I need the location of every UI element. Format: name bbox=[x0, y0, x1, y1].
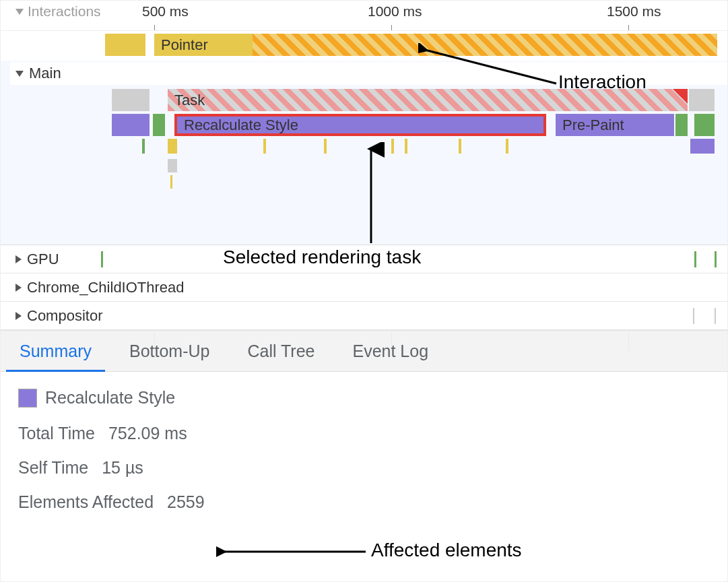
gpu-mark bbox=[694, 251, 696, 267]
ruler-tick-1500: 1500 ms bbox=[607, 3, 661, 20]
self-time-value: 15 µs bbox=[102, 458, 143, 478]
yellow-tick bbox=[391, 139, 394, 154]
green-block-post[interactable] bbox=[675, 114, 688, 136]
event-color-swatch bbox=[18, 389, 37, 408]
task-block-small[interactable] bbox=[112, 89, 150, 111]
yellow-sub-block[interactable] bbox=[168, 139, 177, 154]
chevron-down-icon bbox=[15, 71, 24, 77]
pre-paint-label: Pre-Paint bbox=[562, 117, 624, 134]
task-label: Task bbox=[174, 92, 205, 109]
pointer-interaction-bar[interactable]: Pointer bbox=[154, 34, 253, 56]
interaction-track: Pointer bbox=[1, 31, 727, 61]
gray-sub-block[interactable] bbox=[168, 159, 177, 172]
tab-bottom-up[interactable]: Bottom-Up bbox=[110, 331, 228, 371]
summary-self-time-row: Self Time 15 µs bbox=[18, 458, 710, 478]
flame-chart[interactable]: Task Recalculate Style Pre-Paint bbox=[1, 88, 727, 193]
interaction-long-segment[interactable] bbox=[253, 34, 717, 56]
summary-elements-affected-row: Elements Affected 2559 bbox=[18, 492, 710, 512]
compositor-mark bbox=[693, 308, 694, 324]
yellow-tick bbox=[324, 139, 327, 154]
chevron-right-icon bbox=[15, 255, 22, 263]
interactions-label-text: Interactions bbox=[28, 3, 101, 20]
summary-title-text: Recalculate Style bbox=[45, 388, 175, 408]
task-block-long[interactable]: Task bbox=[168, 89, 688, 111]
tab-event-log[interactable]: Event Log bbox=[334, 331, 448, 371]
ruler-tick-1000: 1000 ms bbox=[368, 3, 422, 20]
recalc-style-label: Recalculate Style bbox=[184, 117, 298, 134]
yellow-tick bbox=[170, 175, 172, 189]
pointer-label: Pointer bbox=[161, 36, 208, 54]
green-tick bbox=[142, 139, 145, 154]
long-task-warning-icon bbox=[673, 89, 688, 104]
main-thread-header[interactable]: Main bbox=[15, 65, 61, 82]
interactions-section-label[interactable]: Interactions bbox=[15, 3, 101, 20]
chevron-down-icon bbox=[15, 9, 24, 15]
child-io-label: Chrome_ChildIOThread bbox=[27, 279, 185, 296]
summary-total-time-row: Total Time 752.09 ms bbox=[18, 424, 710, 443]
main-label: Main bbox=[29, 65, 61, 82]
summary-panel: Recalculate Style Total Time 752.09 ms S… bbox=[1, 372, 727, 543]
yellow-tick bbox=[506, 139, 508, 154]
elements-affected-value: 2559 bbox=[167, 492, 205, 512]
arrow-affected-elements bbox=[216, 540, 371, 564]
elements-affected-label: Elements Affected bbox=[18, 492, 154, 512]
compositor-track[interactable]: Compositor bbox=[1, 302, 727, 330]
chevron-right-icon bbox=[15, 312, 22, 320]
gpu-track[interactable]: GPU bbox=[1, 245, 727, 273]
gpu-mark bbox=[101, 251, 103, 267]
purple-block-small[interactable] bbox=[112, 114, 150, 136]
yellow-tick bbox=[405, 139, 407, 154]
purple-sub-block[interactable] bbox=[690, 139, 715, 154]
yellow-tick bbox=[263, 139, 266, 154]
ruler-tick-500: 500 ms bbox=[142, 3, 189, 20]
main-thread-section: Main Task Recalculate Style Pre-Paint bbox=[1, 61, 727, 245]
green-block-pre[interactable] bbox=[153, 114, 165, 136]
tab-call-tree[interactable]: Call Tree bbox=[228, 331, 333, 371]
gpu-mark bbox=[715, 251, 717, 267]
summary-event-title: Recalculate Style bbox=[18, 388, 710, 408]
recalculate-style-block[interactable]: Recalculate Style bbox=[174, 114, 546, 136]
compositor-mark bbox=[715, 308, 716, 324]
yellow-tick bbox=[459, 139, 461, 154]
timeline-ruler: Interactions 500 ms 1000 ms 1500 ms bbox=[1, 1, 727, 31]
chevron-right-icon bbox=[15, 284, 22, 292]
interaction-block-pre[interactable] bbox=[105, 34, 145, 56]
total-time-value: 752.09 ms bbox=[108, 424, 187, 443]
task-block-end[interactable] bbox=[689, 89, 715, 111]
compositor-label: Compositor bbox=[27, 307, 102, 325]
total-time-label: Total Time bbox=[18, 424, 95, 443]
gpu-label: GPU bbox=[27, 251, 59, 268]
pre-paint-block[interactable]: Pre-Paint bbox=[556, 114, 674, 136]
green-block-tail[interactable] bbox=[694, 114, 715, 136]
self-time-label: Self Time bbox=[18, 458, 88, 478]
tab-summary[interactable]: Summary bbox=[1, 331, 110, 371]
child-io-thread-track[interactable]: Chrome_ChildIOThread bbox=[1, 273, 727, 302]
